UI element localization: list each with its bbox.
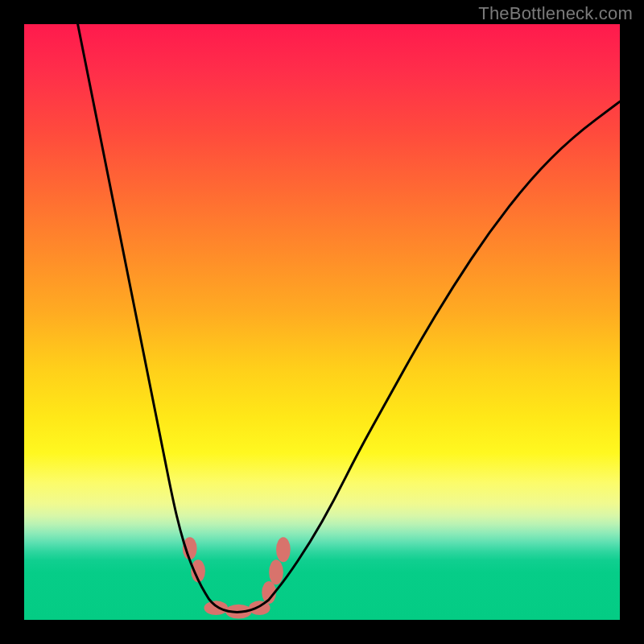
markers-layer (183, 537, 291, 618)
right-blob-upper (276, 537, 291, 562)
floor-blob-1 (204, 601, 228, 615)
watermark-text: TheBottleneck.com (478, 3, 633, 24)
floor-blob-3 (249, 601, 270, 615)
plot-area (24, 24, 620, 620)
bottleneck-curve (78, 24, 620, 612)
chart-svg (24, 24, 620, 620)
chart-frame: TheBottleneck.com (0, 0, 644, 644)
right-blob-mid (269, 559, 283, 584)
